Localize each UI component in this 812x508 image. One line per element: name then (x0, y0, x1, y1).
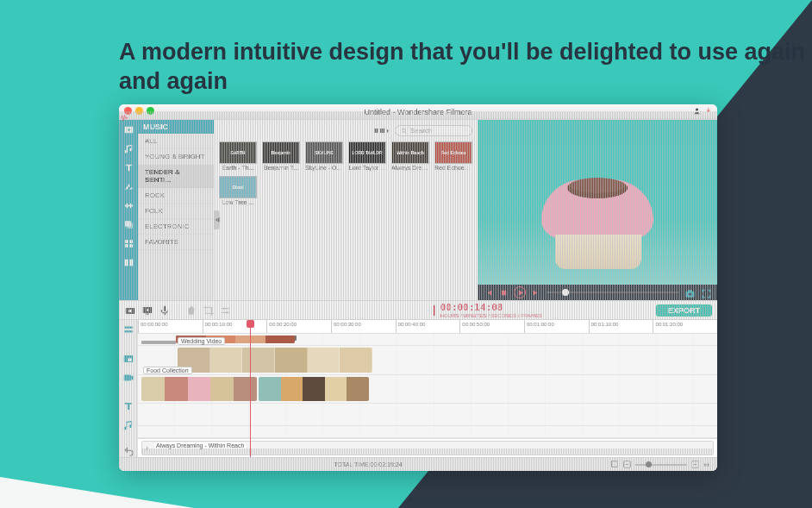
app-window: Untitled - Wondershare Filmora MUSIC ALL… (119, 104, 717, 471)
main-clip-1[interactable] (141, 377, 257, 402)
marketing-headline: A modern intuitive design that you'll be… (119, 38, 812, 97)
timeline-area: 00:00:00:0000:00:10:0000:00:20:0000:00:3… (119, 320, 717, 457)
audio-clip[interactable]: ♪ Always Dreaming - Within Reach (141, 441, 714, 455)
pip-clip[interactable] (178, 348, 372, 373)
ruler-tick: 00:01:20:00 (653, 320, 717, 333)
playhead[interactable] (250, 320, 251, 457)
ruler-tick: 00:01:10:00 (589, 320, 653, 333)
ruler-tick: 00:00:50:00 (459, 320, 524, 333)
main-clip-2[interactable] (259, 377, 369, 402)
background-corner (0, 477, 194, 508)
zoom-slider[interactable] (635, 464, 687, 466)
edit-toolbar: 00:00:14:08 HOURS / MINUTES / SECONDS / … (119, 301, 717, 320)
pip-clip-label: Wedding Video (178, 337, 225, 345)
empty-track-1[interactable] (138, 404, 717, 426)
main-clip-label: Food Collection (143, 367, 192, 374)
ruler-tick: 00:00:10:00 (203, 320, 267, 333)
ruler-tick: 00:00:40:00 (396, 320, 460, 333)
ruler-tick: 00:00:00:00 (138, 320, 203, 333)
main-video-track[interactable]: Food Collection (138, 375, 717, 405)
text-track[interactable] (138, 426, 717, 438)
audio-waveform (142, 448, 713, 455)
ruler-tick: 00:00:20:00 (266, 320, 331, 333)
ruler-tick: 00:00:30:00 (331, 320, 396, 333)
time-ruler[interactable]: 00:00:00:0000:00:10:0000:00:20:0000:00:3… (138, 320, 717, 334)
audio-track[interactable]: ♪ Always Dreaming - Within Reach (138, 438, 717, 457)
audio-clip-label: Always Dreaming - Within Reach (154, 442, 246, 448)
ruler-tick: 00:01:00:00 (524, 320, 589, 333)
pip-track[interactable]: Wedding Video (138, 346, 717, 375)
